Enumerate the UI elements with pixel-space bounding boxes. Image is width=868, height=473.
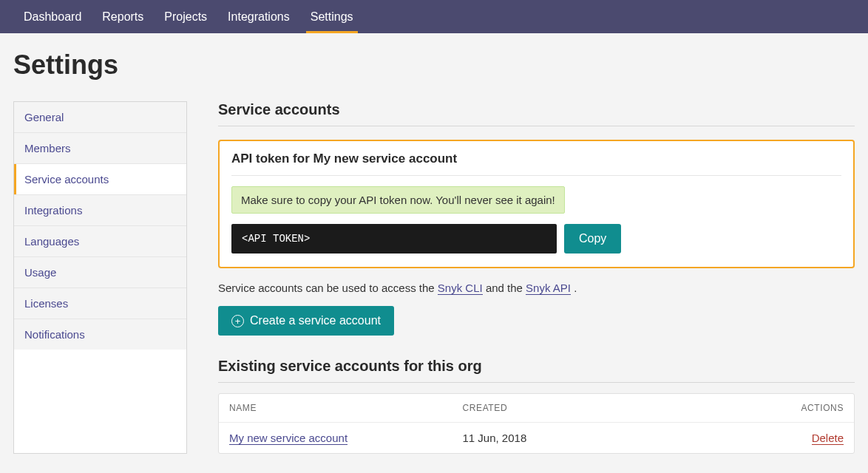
nav-settings[interactable]: Settings [300, 0, 364, 33]
sidebar-item-languages[interactable]: Languages [14, 226, 186, 257]
desc-text-suffix: . [574, 282, 577, 294]
page-title: Settings [0, 33, 868, 101]
api-token-value[interactable]: <API TOKEN> [231, 224, 557, 253]
copy-button[interactable]: Copy [564, 224, 621, 253]
create-button-label: Create a service account [250, 314, 381, 327]
section-title: Service accounts [218, 101, 855, 126]
snyk-cli-link[interactable]: Snyk CLI [438, 282, 483, 295]
service-account-created: 11 Jun, 2018 [463, 432, 696, 444]
desc-text-prefix: Service accounts can be used to access t… [218, 282, 438, 294]
sidebar-item-general[interactable]: General [14, 102, 186, 133]
nav-reports[interactable]: Reports [92, 0, 154, 33]
nav-projects[interactable]: Projects [154, 0, 217, 33]
snyk-api-link[interactable]: Snyk API [526, 282, 571, 295]
desc-text-mid: and the [486, 282, 526, 294]
nav-integrations[interactable]: Integrations [217, 0, 300, 33]
existing-accounts-title: Existing service accounts for this org [218, 358, 855, 383]
col-header-actions: ACTIONS [696, 403, 844, 413]
delete-link[interactable]: Delete [812, 432, 844, 445]
settings-sidebar: General Members Service accounts Integra… [13, 101, 187, 454]
api-token-panel: API token for My new service account Mak… [218, 140, 855, 268]
api-token-warning: Make sure to copy your API token now. Yo… [231, 186, 565, 214]
table-row: My new service account 11 Jun, 2018 Dele… [219, 423, 854, 453]
plus-circle-icon: + [231, 315, 244, 327]
col-header-name: NAME [229, 403, 463, 413]
sidebar-item-notifications[interactable]: Notifications [14, 319, 186, 350]
table-header: NAME CREATED ACTIONS [219, 394, 854, 423]
col-header-created: CREATED [463, 403, 696, 413]
create-service-account-button[interactable]: + Create a service account [218, 306, 394, 336]
service-account-name-link[interactable]: My new service account [229, 432, 347, 445]
nav-dashboard[interactable]: Dashboard [13, 0, 92, 33]
service-accounts-description: Service accounts can be used to access t… [218, 282, 855, 294]
sidebar-item-licenses[interactable]: Licenses [14, 288, 186, 319]
sidebar-item-service-accounts[interactable]: Service accounts [14, 164, 186, 195]
api-token-title: API token for My new service account [231, 152, 841, 176]
sidebar-item-usage[interactable]: Usage [14, 257, 186, 288]
sidebar-item-integrations[interactable]: Integrations [14, 195, 186, 226]
sidebar-item-members[interactable]: Members [14, 133, 186, 164]
service-accounts-table: NAME CREATED ACTIONS My new service acco… [218, 393, 855, 454]
main-content: Service accounts API token for My new se… [218, 101, 855, 454]
top-nav: Dashboard Reports Projects Integrations … [0, 0, 868, 33]
